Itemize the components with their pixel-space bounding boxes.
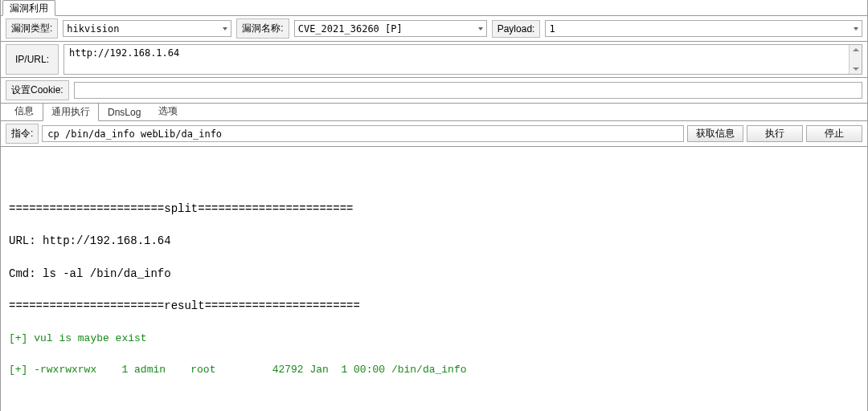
output-line-success: [+] vul is maybe exist — [9, 331, 859, 347]
command-input[interactable]: cp /bin/da_info webLib/da_info — [42, 125, 684, 142]
vuln-name-value: CVE_2021_36260 [P] — [298, 23, 403, 35]
output-line: =======================split============… — [9, 201, 859, 218]
vuln-name-label: 漏洞名称: — [236, 18, 289, 39]
tab-exploit[interactable]: 漏洞利用 — [2, 0, 55, 16]
vuln-type-value: hikvision — [67, 23, 119, 35]
cookie-label: 设置Cookie: — [6, 80, 69, 100]
tab-dnslog-label: DnsLog — [108, 107, 141, 118]
ip-row: IP/URL: http://192.168.1.64 — [1, 42, 867, 78]
tab-options-label: 选项 — [158, 105, 178, 116]
command-label: 指令: — [6, 124, 39, 144]
app-window: 漏洞利用 漏洞类型: hikvision 漏洞名称: CVE_2021_3626… — [0, 0, 868, 411]
chevron-down-icon — [223, 27, 227, 31]
output-line: =======================result===========… — [9, 298, 859, 315]
vuln-type-combo[interactable]: hikvision — [63, 20, 231, 37]
top-tab-strip: 漏洞利用 — [1, 0, 867, 16]
command-row: 指令: cp /bin/da_info webLib/da_info 获取信息 … — [1, 121, 867, 147]
output-line: URL: http://192.168.1.64 — [9, 233, 859, 250]
execute-button-label: 执行 — [765, 127, 784, 140]
tab-info-label: 信息 — [14, 105, 34, 116]
payload-label: Payload: — [492, 20, 541, 38]
vuln-name-combo[interactable]: CVE_2021_36260 [P] — [294, 20, 487, 37]
config-row: 漏洞类型: hikvision 漏洞名称: CVE_2021_36260 [P]… — [1, 16, 867, 42]
tab-dnslog[interactable]: DnsLog — [99, 104, 149, 120]
vuln-type-label: 漏洞类型: — [6, 18, 58, 39]
output-line — [9, 393, 859, 409]
execute-button[interactable]: 执行 — [747, 125, 803, 142]
tab-general-exec[interactable]: 通用执行 — [43, 103, 99, 121]
output-line — [9, 169, 859, 185]
tab-exploit-label: 漏洞利用 — [10, 2, 48, 14]
get-info-button[interactable]: 获取信息 — [687, 125, 743, 142]
scrollbar[interactable] — [849, 45, 862, 74]
ip-value: http://192.168.1.64 — [69, 47, 179, 59]
tab-options[interactable]: 选项 — [149, 102, 186, 120]
ip-label: IP/URL: — [6, 44, 59, 75]
cookie-row: 设置Cookie: — [1, 78, 867, 104]
command-value: cp /bin/da_info webLib/da_info — [47, 128, 222, 140]
tab-info[interactable]: 信息 — [6, 102, 43, 120]
output-line-success: [+] -rwxrwxrwx 1 admin root 42792 Jan 1 … — [9, 362, 859, 378]
stop-button[interactable]: 停止 — [806, 125, 862, 142]
tab-general-exec-label: 通用执行 — [51, 106, 90, 117]
chevron-down-icon — [478, 27, 483, 31]
output-pane[interactable]: =======================split============… — [1, 147, 867, 411]
sub-tab-strip: 信息 通用执行 DnsLog 选项 — [1, 104, 867, 121]
output-line: Cmd: ls -al /bin/da_info — [9, 266, 859, 283]
get-info-button-label: 获取信息 — [696, 127, 735, 140]
payload-combo[interactable]: 1 — [545, 20, 862, 37]
stop-button-label: 停止 — [825, 127, 844, 140]
ip-input[interactable]: http://192.168.1.64 — [63, 44, 862, 75]
payload-value: 1 — [549, 23, 555, 35]
cookie-input[interactable] — [74, 82, 862, 99]
chevron-down-icon — [854, 27, 858, 31]
